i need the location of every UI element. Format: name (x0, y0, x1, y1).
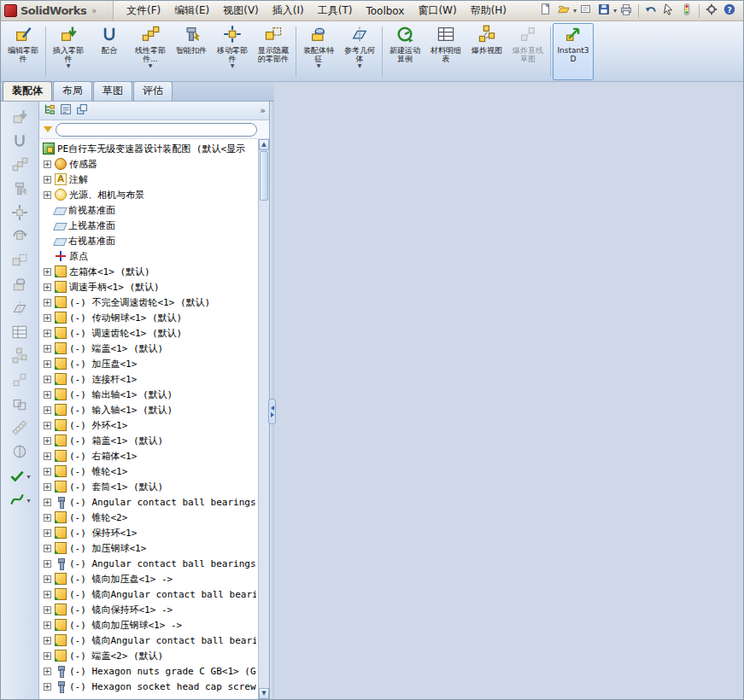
menu-插入[interactable]: 插入(I) (267, 1, 310, 20)
expand-icon[interactable] (44, 299, 51, 306)
side-tool-insert-component[interactable] (5, 107, 34, 130)
toolbar-button-insert-component[interactable]: 插入零部件▼ (48, 23, 89, 80)
tab-评估[interactable]: 评估 (133, 81, 173, 101)
tree-filter-input[interactable] (56, 123, 257, 137)
tree-item[interactable]: (-) 保持环<1> (42, 525, 256, 540)
make-drawing-button[interactable] (577, 3, 595, 20)
tree-item[interactable]: (-) 传动钢球<1> (默认) (42, 310, 256, 325)
select-pointer-button[interactable] (660, 3, 677, 20)
expand-icon[interactable] (44, 391, 51, 399)
side-tool-spline[interactable]: ▾ (5, 489, 34, 512)
dropdown-icon[interactable]: ▼ (231, 63, 235, 68)
tree-item[interactable]: (-) Angular contact ball bearings GB (42, 494, 256, 510)
expand-icon[interactable] (44, 514, 51, 522)
tree-item[interactable]: (-) 镜向加压盘<1> -> (42, 571, 256, 586)
expand-icon[interactable] (44, 283, 51, 291)
dropdown-icon[interactable]: ▼ (358, 63, 362, 68)
scroll-up-icon[interactable]: ▲ (259, 139, 269, 150)
expand-icon[interactable] (44, 529, 51, 537)
tree-root-item[interactable]: PE自行车无级变速器设计装配图 (默认<显示 (42, 141, 256, 156)
dropdown-icon[interactable]: ▾ (573, 7, 577, 15)
expand-icon[interactable] (44, 176, 51, 184)
tree-item[interactable]: (-) 镜向Angular contact ball bearing (42, 586, 256, 602)
expand-icon[interactable] (44, 360, 51, 368)
tree-item[interactable]: (-) 端盖<2> (默认) (42, 648, 256, 663)
tree-item[interactable]: (-) 锥轮<1> (42, 464, 256, 479)
menu-帮助[interactable]: 帮助(H) (465, 1, 513, 20)
side-tool-exploded-view[interactable] (5, 346, 34, 369)
logo-overflow-chevron[interactable]: » (91, 6, 97, 15)
expand-icon[interactable] (44, 330, 51, 337)
side-tool-bom[interactable] (5, 322, 34, 345)
panel-splitter[interactable] (270, 102, 274, 699)
tree-item[interactable]: 传感器 (42, 156, 256, 172)
options-button[interactable] (703, 3, 720, 20)
save-button[interactable] (595, 3, 612, 20)
side-tool-mate[interactable] (5, 131, 34, 154)
tree-item[interactable]: 原点 (42, 248, 256, 264)
toolbar-button-move-component[interactable]: 移动零部件▼ (212, 23, 253, 80)
help-button[interactable]: ? (721, 3, 738, 20)
expand-icon[interactable] (44, 268, 51, 276)
expand-icon[interactable] (44, 452, 51, 460)
tree-item[interactable]: (-) 外环<1> (42, 417, 256, 433)
open-button[interactable] (555, 3, 572, 20)
dropdown-icon[interactable]: ▾ (26, 497, 30, 505)
toolbar-button-linear-pattern[interactable]: 线性零部件...▼ (130, 23, 171, 80)
expand-icon[interactable] (44, 621, 51, 629)
panel-tab-configuration[interactable] (75, 102, 89, 120)
tree-item[interactable]: (-) 输入轴<1> (默认) (42, 402, 256, 417)
panel-tab-property-manager[interactable] (59, 102, 73, 120)
tree-item[interactable]: (-) 输出轴<1> (默认) (42, 387, 256, 402)
expand-icon[interactable] (44, 376, 51, 383)
side-tool-section-view[interactable] (5, 441, 34, 464)
tree-item[interactable]: 注解 (42, 172, 256, 187)
tree-item[interactable]: (-) 镜向Angular contact ball bearing (42, 633, 256, 648)
side-tool-rotate-component[interactable] (5, 226, 34, 249)
expand-icon[interactable] (44, 499, 51, 506)
scroll-thumb[interactable] (260, 151, 268, 201)
panel-overflow-chevron[interactable]: » (260, 105, 266, 116)
tree-item[interactable]: 上视基准面 (42, 218, 256, 233)
tree-item[interactable]: (-) 箱盖<1> (默认) (42, 433, 256, 448)
undo-button[interactable] (642, 3, 659, 20)
scroll-down-icon[interactable]: ▼ (259, 688, 269, 699)
tree-item[interactable]: (-) 调速齿轮<1> (默认) (42, 325, 256, 341)
expand-icon[interactable] (44, 652, 51, 660)
dropdown-icon[interactable]: ▾ (613, 7, 617, 15)
tree-item[interactable]: (-) 锥轮<2> (42, 510, 256, 525)
tab-布局[interactable]: 布局 (53, 81, 92, 101)
tree-item[interactable]: (-) 连接杆<1> (42, 371, 256, 387)
toolbar-button-exploded-view[interactable]: 爆炸视图 (466, 23, 507, 80)
dropdown-icon[interactable]: ▼ (317, 63, 321, 68)
expand-icon[interactable] (44, 483, 51, 491)
expand-icon[interactable] (44, 345, 51, 353)
expand-icon[interactable] (44, 437, 51, 445)
toolbar-button-show-hidden[interactable]: 显示隐藏的零部件 (253, 23, 294, 80)
dropdown-icon[interactable]: ▾ (26, 473, 30, 481)
toolbar-button-motion-study[interactable]: 新建运动算例 (384, 23, 425, 80)
tree-item[interactable]: (-) 端盖<1> (默认) (42, 341, 256, 356)
tree-item[interactable]: (-) 不完全调速齿轮<1> (默认) (42, 295, 256, 310)
tree-item[interactable]: (-) Hexagon socket head cap screws ( (42, 679, 256, 694)
expand-icon[interactable] (44, 468, 51, 475)
rebuild-button[interactable] (678, 3, 695, 20)
expand-icon[interactable] (44, 314, 51, 322)
print-button[interactable] (618, 3, 635, 20)
expand-icon[interactable] (44, 606, 51, 614)
expand-icon[interactable] (44, 191, 51, 199)
tree-item[interactable]: (-) 右箱体<1> (42, 448, 256, 464)
expand-icon[interactable] (44, 575, 51, 583)
dropdown-icon[interactable]: ▼ (67, 63, 71, 68)
tree-item[interactable]: 左箱体<1> (默认) (42, 264, 256, 279)
side-tool-assembly-features[interactable] (5, 274, 34, 297)
menu-视图[interactable]: 视图(V) (217, 1, 265, 20)
tab-装配体[interactable]: 装配体 (3, 81, 52, 101)
toolbar-button-smart-fasteners[interactable]: 智能扣件 (171, 23, 212, 80)
expand-icon[interactable] (44, 560, 51, 568)
tree-item[interactable]: (-) 加压钢球<1> (42, 540, 256, 556)
menu-编辑[interactable]: 编辑(E) (168, 1, 215, 20)
menu-窗口[interactable]: 窗口(W) (412, 1, 462, 20)
toolbar-button-instant3d[interactable]: Instant3D (553, 23, 594, 80)
tree-item[interactable]: (-) 镜向加压钢球<1> -> (42, 617, 256, 633)
